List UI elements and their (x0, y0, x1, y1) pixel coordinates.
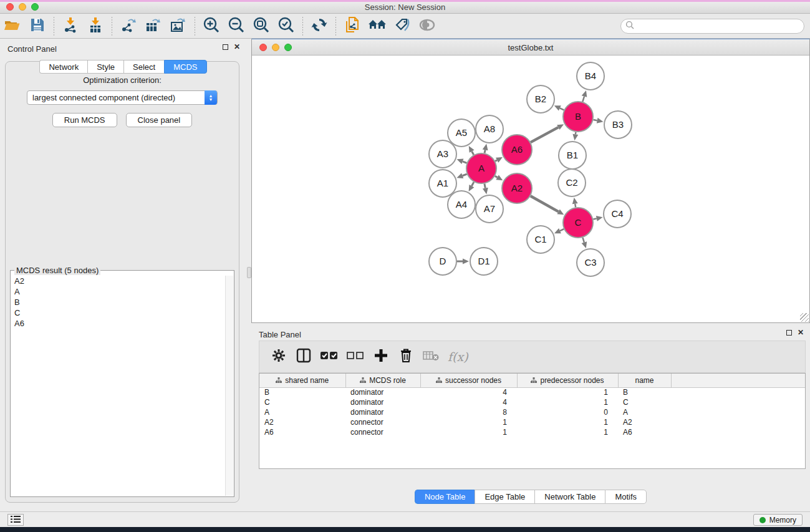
home-pages-button[interactable] (365, 16, 390, 37)
tab-network[interactable]: Network (39, 60, 87, 74)
table-cell[interactable]: A (618, 407, 671, 417)
close-table-panel-icon[interactable]: ✕ (798, 330, 804, 336)
search-field[interactable] (620, 19, 804, 34)
table-cell[interactable]: 1 (517, 397, 618, 407)
table-row[interactable]: Bdominator41B (259, 387, 805, 397)
table-cell[interactable]: A6 (618, 427, 671, 437)
clone-network-button[interactable] (340, 16, 365, 37)
table-cell[interactable]: dominator (345, 407, 420, 417)
export-network-button[interactable] (116, 16, 141, 37)
table-cell[interactable]: dominator (345, 397, 420, 407)
add-column-button[interactable] (373, 347, 389, 366)
table-cell[interactable]: C (259, 397, 345, 407)
table-cell[interactable]: 1 (517, 427, 618, 437)
tab-mcds[interactable]: MCDS (164, 60, 206, 74)
toggle-view-button[interactable] (415, 16, 440, 37)
table-cell[interactable]: 1 (517, 417, 618, 427)
table-settings-button[interactable] (271, 347, 287, 366)
table-row[interactable]: A2connector11A2 (259, 417, 805, 427)
table-row[interactable]: Cdominator41C (259, 397, 805, 407)
result-item[interactable]: B (11, 297, 224, 307)
deselect-all-columns-button[interactable] (347, 347, 364, 366)
search-input[interactable] (634, 22, 804, 31)
export-table-button[interactable] (141, 16, 166, 37)
memory-button[interactable]: Memory (753, 514, 803, 526)
network-canvas[interactable]: B4B2BB3A8A5A6A3B1AC2A1A2A4A7C4CC1C3DD1 (252, 56, 809, 322)
column-header-shared-name[interactable]: shared name (259, 374, 345, 387)
tab-network-table[interactable]: Network Table (534, 490, 605, 504)
table-cell[interactable]: 1 (420, 417, 517, 427)
zoom-in-button[interactable] (199, 16, 224, 37)
table-cell[interactable]: dominator (345, 387, 420, 397)
table-cell[interactable]: A2 (259, 417, 345, 427)
column-header-name[interactable]: name (618, 374, 671, 387)
table-cell[interactable]: C (618, 397, 671, 407)
column-header-successor-nodes[interactable]: successor nodes (420, 374, 517, 387)
delete-table-button[interactable] (423, 347, 439, 366)
zoom-selected-button[interactable] (274, 16, 299, 37)
network-graph[interactable]: B4B2BB3A8A5A6A3B1AC2A1A2A4A7C4CC1C3DD1 (252, 56, 809, 322)
hide-labels-button[interactable] (390, 16, 415, 37)
column-header-predecessor-nodes[interactable]: predecessor nodes (517, 374, 618, 387)
graph-edge-A-A3[interactable] (463, 162, 467, 163)
table-cell[interactable]: 4 (420, 397, 517, 407)
select-all-columns-button[interactable] (321, 347, 338, 366)
import-network-button[interactable] (58, 16, 83, 37)
table-cell[interactable]: connector (345, 427, 420, 437)
table-cell[interactable]: A6 (259, 427, 345, 437)
table-cell[interactable]: 1 (517, 387, 618, 397)
run-mcds-button[interactable]: Run MCDS (52, 113, 117, 127)
export-image-button[interactable] (166, 16, 191, 37)
save-session-button[interactable] (25, 16, 50, 37)
tab-edge-table[interactable]: Edge Table (475, 490, 534, 504)
result-scrollbar[interactable] (225, 276, 233, 496)
window-resize-grip[interactable] (800, 313, 809, 322)
graph-edge-A-A1[interactable] (463, 174, 467, 176)
table-cell[interactable]: 4 (420, 387, 517, 397)
criterion-select[interactable]: largest connected component (directed) ▲… (27, 90, 218, 105)
tab-node-table[interactable]: Node Table (415, 490, 475, 504)
split-columns-button[interactable] (296, 347, 312, 366)
table-cell[interactable]: 8 (420, 407, 517, 417)
tab-select[interactable]: Select (123, 60, 164, 74)
graph-edge-A-A8[interactable] (485, 150, 485, 153)
table-cell[interactable]: 0 (517, 407, 618, 417)
graph-edge-B-B4[interactable] (582, 96, 584, 102)
result-item[interactable]: A6 (11, 318, 224, 329)
result-item[interactable]: A2 (11, 276, 224, 286)
table-row[interactable]: Adominator80A (259, 407, 805, 417)
table-cell[interactable]: connector (345, 417, 420, 427)
graph-edge-A-A5[interactable] (472, 152, 474, 155)
graph-edge-C-C4[interactable] (593, 218, 596, 219)
graph-edge-A-A4[interactable] (471, 182, 473, 186)
table-cell[interactable]: 1 (420, 427, 517, 437)
open-session-button[interactable] (0, 16, 25, 37)
zoom-fit-button[interactable] (249, 16, 274, 37)
table-cell[interactable]: A2 (618, 417, 671, 427)
close-panel-button[interactable]: Close panel (126, 113, 193, 127)
delete-column-button[interactable] (398, 347, 414, 366)
column-header-MCDS-role[interactable]: MCDS role (345, 374, 420, 387)
import-table-button[interactable] (83, 16, 108, 37)
tab-motifs[interactable]: Motifs (605, 490, 647, 504)
graph-edge-B-B1[interactable] (576, 132, 576, 135)
function-builder-button[interactable]: f(x) (448, 347, 468, 366)
graph-edge-C-C1[interactable] (560, 229, 564, 231)
tab-style[interactable]: Style (87, 60, 123, 74)
graph-edge-A6-B[interactable] (531, 127, 558, 142)
network-window-titlebar[interactable]: testGlobe.txt (252, 39, 809, 56)
vertical-splitter-grip[interactable] (247, 267, 251, 278)
float-table-panel-icon[interactable] (786, 330, 792, 336)
refresh-layout-button[interactable] (307, 16, 332, 37)
result-item[interactable]: C (11, 307, 224, 318)
result-item[interactable]: A (11, 286, 224, 297)
zoom-out-button[interactable] (224, 16, 249, 37)
table-cell[interactable]: B (618, 387, 671, 397)
graph-edge-B-B2[interactable] (560, 108, 564, 110)
graph-edge-C-C2[interactable] (575, 204, 576, 208)
float-panel-icon[interactable] (223, 44, 228, 50)
graph-edge-A-A2[interactable] (495, 176, 498, 177)
graph-edge-A-A6[interactable] (495, 160, 497, 162)
graph-edge-C-C3[interactable] (582, 238, 584, 243)
table-row[interactable]: A6connector11A6 (259, 427, 805, 437)
